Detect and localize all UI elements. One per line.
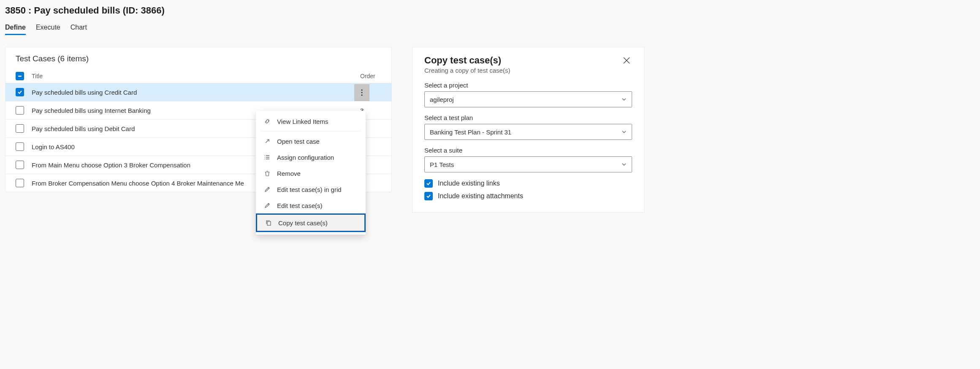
menu-item-label: View Linked Items	[277, 118, 328, 125]
include-attachments-checkbox[interactable]	[424, 192, 433, 200]
project-select[interactable]: agileproj	[424, 91, 632, 107]
menu-item-label: Remove	[277, 170, 301, 177]
menu-item-label: Edit test case(s)	[277, 202, 323, 209]
menu-item-view-linked-items[interactable]: View Linked Items	[256, 113, 366, 129]
row-checkbox[interactable]	[16, 88, 24, 96]
suite-select[interactable]: P1 Tests	[424, 156, 632, 172]
link-icon	[263, 118, 271, 125]
menu-item-label: Edit test case(s) in grid	[277, 186, 342, 193]
context-menu: View Linked ItemsOpen test caseAssign co…	[256, 111, 366, 230]
menu-item-label: Copy test case(s)	[278, 219, 328, 227]
copy-panel-title: Copy test case(s)	[424, 55, 510, 66]
plan-value: Banking Test Plan - Sprint 31	[430, 128, 511, 136]
suite-label: Select a suite	[424, 147, 632, 154]
pencil-icon	[263, 186, 271, 193]
menu-divider	[261, 131, 361, 131]
suite-value: P1 Tests	[430, 161, 454, 168]
menu-item-edit-test-case-s-in-grid[interactable]: Edit test case(s) in grid	[256, 181, 366, 197]
row-title: Pay scheduled bills using Credit Card	[32, 89, 360, 96]
svg-point-3	[361, 94, 362, 96]
project-label: Select a project	[424, 82, 632, 89]
tab-execute[interactable]: Execute	[36, 24, 60, 35]
menu-item-label: Assign configuration	[277, 154, 334, 161]
chevron-down-icon	[622, 128, 627, 136]
menu-item-assign-configuration[interactable]: Assign configuration	[256, 149, 366, 165]
open-icon	[263, 137, 271, 145]
copy-icon	[265, 219, 272, 227]
tab-chart[interactable]: Chart	[71, 24, 87, 35]
svg-rect-6	[267, 221, 271, 225]
row-checkbox[interactable]	[16, 161, 24, 169]
tab-define[interactable]: Define	[5, 24, 26, 35]
chevron-down-icon	[622, 96, 627, 103]
page-title: 3850 : Pay scheduled bills (ID: 3866)	[5, 5, 975, 16]
more-actions-icon[interactable]	[354, 84, 369, 101]
svg-rect-0	[18, 76, 22, 77]
close-icon[interactable]	[621, 55, 632, 67]
menu-item-remove[interactable]: Remove	[256, 165, 366, 181]
column-title[interactable]: Title	[32, 73, 360, 79]
row-checkbox[interactable]	[16, 179, 24, 187]
row-checkbox[interactable]	[16, 142, 24, 151]
pencil-icon	[263, 202, 271, 209]
copy-panel-subtitle: Creating a copy of test case(s)	[424, 67, 510, 74]
include-links-label: Include existing links	[438, 180, 500, 187]
copy-panel: Copy test case(s) Creating a copy of tes…	[412, 47, 644, 213]
plan-select[interactable]: Banking Test Plan - Sprint 31	[424, 124, 632, 140]
svg-point-2	[361, 92, 362, 93]
table-row[interactable]: Pay scheduled bills using Credit Card2	[5, 83, 391, 101]
row-checkbox[interactable]	[16, 106, 24, 115]
chevron-down-icon	[622, 161, 627, 168]
list-icon	[263, 153, 271, 161]
plan-label: Select a test plan	[424, 114, 632, 121]
row-checkbox[interactable]	[16, 124, 24, 133]
menu-item-edit-test-case-s[interactable]: Edit test case(s)	[256, 197, 366, 213]
svg-point-1	[361, 89, 362, 90]
tabs: Define Execute Chart	[5, 24, 975, 35]
table-header: Title Order	[5, 69, 391, 83]
menu-item-copy-test-case-s[interactable]: Copy test case(s)	[256, 213, 366, 230]
column-order[interactable]: Order	[360, 73, 381, 79]
test-cases-title: Test Cases (6 items)	[5, 47, 391, 69]
menu-item-label: Open test case	[277, 138, 320, 145]
menu-item-open-test-case[interactable]: Open test case	[256, 133, 366, 149]
project-value: agileproj	[430, 96, 454, 103]
trash-icon	[263, 169, 271, 177]
select-all-checkbox[interactable]	[16, 72, 24, 80]
include-attachments-label: Include existing attachments	[438, 192, 523, 200]
include-links-checkbox[interactable]	[424, 179, 433, 188]
